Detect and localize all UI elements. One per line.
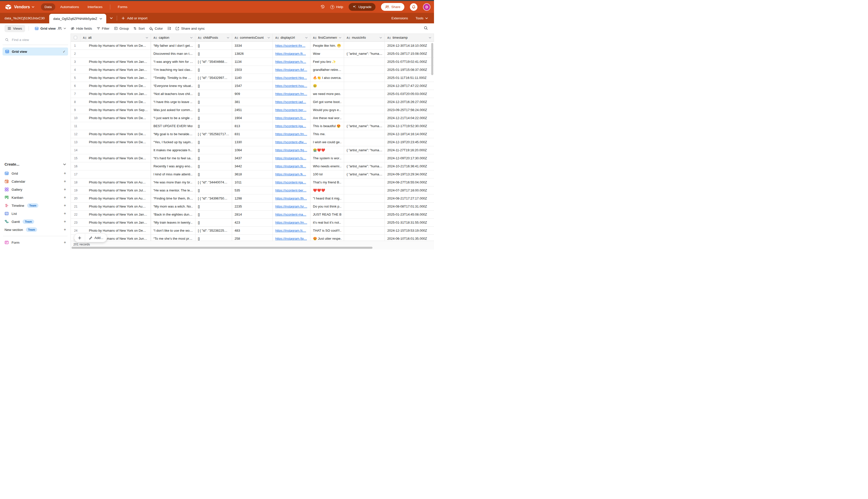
cell-childPosts[interactable]: [] <box>195 219 232 227</box>
cell-musicInfo[interactable] <box>344 227 385 234</box>
row-number[interactable]: 23 <box>71 219 80 227</box>
cell-alt[interactable] <box>80 146 151 154</box>
cell-firstComment[interactable]: 😢 <box>310 82 344 90</box>
cell-timestamp[interactable]: 2024-12-21T14:04:22.000Z <box>385 114 434 122</box>
cell-musicInfo[interactable]: { "artist_name": "huma… <box>344 122 385 130</box>
display-url-link[interactable]: https://scontent-hkg… <box>275 76 307 80</box>
row-number[interactable]: 3 <box>71 58 80 65</box>
column-header-alt[interactable]: Aalt <box>80 34 151 41</box>
cell-childPosts[interactable]: [ { "id": "35238225… <box>195 227 232 234</box>
cell-alt[interactable]: Photo by Humans of New York on Sep… <box>80 106 151 114</box>
display-url-link[interactable]: https://scontent-ber… <box>275 108 307 112</box>
cell-displayUrl[interactable]: https://instagram.fm… <box>273 90 310 98</box>
cell-commentsCount[interactable]: 3442 <box>232 162 273 170</box>
cell-caption[interactable]: “My goal is to be heralde… <box>151 130 195 138</box>
share-button[interactable]: Share <box>381 3 404 11</box>
add-with-ai-button[interactable]: Add... <box>85 234 107 242</box>
plus-icon[interactable]: + <box>64 171 66 175</box>
cell-musicInfo[interactable] <box>344 154 385 162</box>
cell-commentsCount[interactable]: 2814 <box>232 210 273 218</box>
cell-musicInfo[interactable] <box>344 130 385 138</box>
nav-tab-data[interactable]: Data <box>41 3 55 11</box>
cell-firstComment[interactable]: 🔥👏 I also overca… <box>310 74 344 82</box>
cell-childPosts[interactable]: [] <box>195 90 232 98</box>
cell-commentsCount[interactable]: 13826 <box>232 50 273 58</box>
cell-childPosts[interactable]: [ { "id": "34440074… <box>195 179 232 186</box>
display-url-link[interactable]: https://instagram.fli… <box>275 52 306 56</box>
cell-childPosts[interactable]: [] <box>195 170 232 178</box>
color-button[interactable]: Color <box>147 25 165 32</box>
cell-alt[interactable] <box>80 170 151 178</box>
cell-timestamp[interactable]: 2023-09-25T17:56:24.000Z <box>385 106 434 114</box>
cell-caption[interactable]: Recently I was angry eno… <box>151 162 195 170</box>
cell-caption[interactable]: “My train leaves in twenty… <box>151 219 195 227</box>
plus-icon[interactable]: + <box>64 227 66 232</box>
cell-timestamp[interactable]: 2024-12-30T14:18:10.000Z <box>385 42 434 49</box>
cell-alt[interactable]: Photo by Humans of New York on Jul… <box>80 186 151 194</box>
display-url-link[interactable]: https://instagram.fm… <box>275 132 307 136</box>
cell-displayUrl[interactable]: https://instagram.fli… <box>273 50 310 58</box>
cell-displayUrl[interactable]: https://scontent-hou… <box>273 82 310 90</box>
sidebar-create-new-section[interactable]: New sectionTeam+ <box>2 226 68 234</box>
cell-timestamp[interactable]: 2024-12-18T14:16:14.000Z <box>385 130 434 138</box>
cell-musicInfo[interactable] <box>344 114 385 122</box>
cell-displayUrl[interactable]: https://instagram.fu… <box>273 154 310 162</box>
cell-firstComment[interactable]: 😭❤️❤️ <box>310 146 344 154</box>
display-url-link[interactable]: https://scontent-dfw… <box>275 140 307 144</box>
plus-icon[interactable]: + <box>64 219 66 224</box>
cell-commentsCount[interactable]: 1011 <box>232 179 273 186</box>
cell-childPosts[interactable]: [] <box>195 138 232 146</box>
display-url-link[interactable]: https://instagram.fu… <box>275 156 307 160</box>
row-number[interactable]: 6 <box>71 82 80 90</box>
display-url-link[interactable]: https://scontent-iad… <box>275 100 306 104</box>
cell-commentsCount[interactable]: 1547 <box>232 82 273 90</box>
cell-alt[interactable]: Photo by Humans of New York on Jan… <box>80 66 151 74</box>
row-number[interactable]: 7 <box>71 90 80 98</box>
cell-timestamp[interactable]: 2024-08-27T16:55:04.000Z <box>385 179 434 186</box>
cell-timestamp[interactable]: 2024-12-17T19:52:30.000Z <box>385 122 434 130</box>
cell-firstComment[interactable]: ❤️❤️❤️ <box>310 186 344 194</box>
create-section-header[interactable]: Create... <box>2 160 68 169</box>
cell-caption[interactable]: “I was angry with him for … <box>151 58 195 65</box>
display-url-link[interactable]: https://scontent-lga… <box>275 180 306 184</box>
cell-childPosts[interactable]: [] <box>195 114 232 122</box>
sidebar-create-timeline[interactable]: TimelineTeam+ <box>2 202 68 209</box>
cell-alt[interactable]: Photo by Humans of New York on Au… <box>80 179 151 186</box>
column-header-timestamp[interactable]: Atimestamp <box>385 34 434 41</box>
cell-musicInfo[interactable] <box>344 194 385 202</box>
cell-displayUrl[interactable]: https://scontent-hkg… <box>273 74 310 82</box>
cell-commentsCount[interactable]: 831 <box>232 130 273 138</box>
cell-firstComment[interactable]: we need more peo… <box>310 90 344 98</box>
row-number[interactable]: 17 <box>71 170 80 178</box>
cell-musicInfo[interactable] <box>344 186 385 194</box>
cell-caption[interactable]: “He was more than my br… <box>151 179 195 186</box>
cell-musicInfo[interactable]: { "artist_name": "huma… <box>344 50 385 58</box>
display-url-link[interactable]: https://instagram.fm… <box>275 221 307 224</box>
plus-icon[interactable]: + <box>64 187 66 192</box>
column-header-musicInfo[interactable]: AmusicInfo <box>344 34 385 41</box>
cell-childPosts[interactable]: [ { "id": "35404668… <box>195 58 232 65</box>
cell-musicInfo[interactable] <box>344 106 385 114</box>
cell-caption[interactable]: “I have this urge to leave … <box>151 98 195 106</box>
row-number[interactable]: 2 <box>71 50 80 58</box>
column-header-childPosts[interactable]: AchildPosts <box>195 34 232 41</box>
cell-childPosts[interactable]: [] <box>195 154 232 162</box>
cell-firstComment[interactable]: Girl got some boot… <box>310 98 344 106</box>
cell-timestamp[interactable]: 2025-01-23T14:45:08.000Z <box>385 210 434 218</box>
cell-caption[interactable]: “My mom was a witch. No… <box>151 203 195 210</box>
cell-childPosts[interactable]: [] <box>195 98 232 106</box>
cell-alt[interactable]: Photo by Humans of New York on De… <box>80 130 151 138</box>
cell-commentsCount[interactable]: 1503 <box>232 66 273 74</box>
cell-musicInfo[interactable] <box>344 138 385 146</box>
cell-alt[interactable]: Photo by Humans of New York on Jan… <box>80 90 151 98</box>
display-url-link[interactable]: https://instagram.fjp… <box>275 237 307 241</box>
row-number[interactable]: 20 <box>71 194 80 202</box>
cell-alt[interactable]: Photo by Humans of New York on De… <box>80 138 151 146</box>
cell-timestamp[interactable]: 2025-01-28T17:15:08.000Z <box>385 50 434 58</box>
cell-childPosts[interactable]: [ { "id": "34396750… <box>195 194 232 202</box>
cell-caption[interactable]: “Finding time for them, th… <box>151 194 195 202</box>
cell-firstComment[interactable]: The system is wor… <box>310 154 344 162</box>
column-header-caption[interactable]: Acaption <box>151 34 195 41</box>
cell-displayUrl[interactable]: https://scontent-ber… <box>273 106 310 114</box>
row-number[interactable]: 8 <box>71 98 80 106</box>
